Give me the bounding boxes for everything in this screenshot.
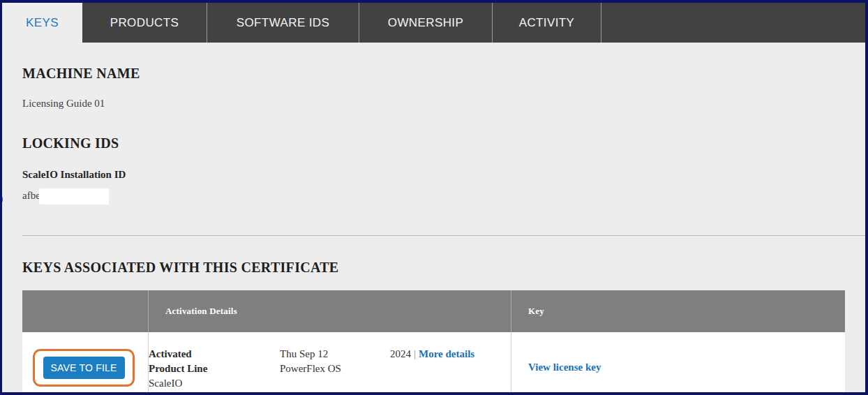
key-cell: View license key	[511, 332, 845, 393]
activation-date: Thu Sep 12	[280, 347, 390, 362]
header-key: Key	[511, 290, 845, 332]
activation-details-cell: Activated Product Line ScaleIO Thu Sep 1…	[148, 332, 511, 393]
tab-keys[interactable]: KEYS	[2, 3, 82, 43]
activation-labels: Activated Product Line ScaleIO	[149, 347, 280, 393]
keys-table-header: Activation Details Key	[22, 290, 845, 332]
save-to-file-cell: SAVE TO FILE	[22, 332, 148, 393]
activation-year: 2024	[390, 348, 411, 359]
machine-name-value: Licensing Guide 01	[22, 98, 865, 110]
section-divider	[22, 235, 865, 236]
page-content: MACHINE NAME Licensing Guide 01 LOCKING …	[2, 66, 865, 393]
installation-id-label: ScaleIO Installation ID	[22, 169, 865, 181]
product-line-value: ScaleIO	[149, 376, 280, 391]
machine-name-heading: MACHINE NAME	[22, 66, 865, 82]
tab-ownership[interactable]: OWNERSHIP	[359, 3, 493, 43]
tab-software-ids[interactable]: SOFTWARE IDS	[207, 3, 359, 43]
tab-products[interactable]: PRODUCTS	[82, 3, 207, 43]
tab-bar-filler	[601, 3, 865, 43]
annotation-highlight-ring: SAVE TO FILE	[33, 349, 135, 387]
edge-artifact: )	[0, 193, 3, 205]
view-license-key-link[interactable]: View license key	[528, 362, 601, 373]
installation-id-value: afbe	[22, 190, 40, 201]
table-row: SAVE TO FILE Activated Product Line Scal…	[22, 332, 845, 393]
keys-section-heading: KEYS ASSOCIATED WITH THIS CERTIFICATE	[22, 260, 865, 276]
locking-ids-heading: LOCKING IDS	[22, 135, 865, 151]
save-to-file-button[interactable]: SAVE TO FILE	[43, 357, 125, 379]
tab-bar: KEYS PRODUCTS SOFTWARE IDS OWNERSHIP ACT…	[2, 3, 865, 43]
activated-label: Activated	[149, 347, 280, 362]
activation-values: Thu Sep 12 PowerFlex OS	[280, 347, 390, 393]
keys-table: Activation Details Key SAVE TO FILE Acti…	[22, 290, 845, 393]
license-certificate-page: { "theme": { "border_navy": "#0d1363", "…	[0, 0, 868, 395]
installation-id-row: afbe	[22, 190, 865, 205]
product-line-label: Product Line	[149, 362, 280, 376]
header-activation-details: Activation Details	[148, 290, 511, 332]
tab-activity[interactable]: ACTIVITY	[493, 3, 601, 43]
product-name: PowerFlex OS	[280, 362, 390, 376]
pipe-separator: |	[411, 348, 419, 359]
header-actions-column	[22, 290, 148, 332]
more-details-link[interactable]: More details	[419, 348, 474, 359]
redaction-box	[39, 188, 109, 204]
activation-year-details: 2024|More details	[390, 347, 511, 393]
tab-bar-dark-section: PRODUCTS SOFTWARE IDS OWNERSHIP ACTIVITY	[82, 3, 865, 43]
